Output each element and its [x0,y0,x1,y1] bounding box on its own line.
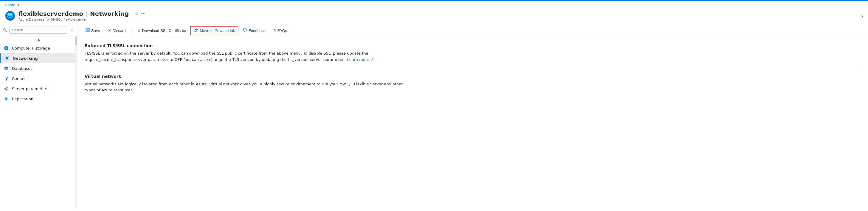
header-title-block: flexibleserverdemo | Networking ☆ ··· Az… [19,10,146,22]
svg-rect-5 [6,57,8,59]
sidebar: 🔍 « ▲ Compute + storage [0,24,78,208]
feedback-label: Feedback [249,28,266,33]
azure-db-icon [5,10,16,21]
faqs-label: FAQs [277,28,287,33]
networking-icon [4,55,9,61]
svg-point-11 [5,98,7,100]
tls-ssl-section: Enforced TLS/SSL connection TLS/SSL is e… [85,43,861,63]
sidebar-item-server-parameters[interactable]: Server parameters [0,84,77,94]
header-subtitle: Azure Database for MySQL flexible server [19,18,146,22]
sidebar-search-bar: 🔍 « [0,24,77,36]
feedback-button[interactable]: Feedback [240,26,269,35]
private-link-icon [194,28,198,33]
breadcrumb-home[interactable]: Home [5,3,15,7]
server-parameters-icon [4,86,9,91]
save-label: Save [91,28,100,33]
more-options-icon[interactable]: ··· [141,11,146,16]
tls-ssl-title: Enforced TLS/SSL connection [85,43,861,48]
search-input[interactable] [9,27,67,34]
page-title: Networking [90,10,129,17]
learn-more-link[interactable]: Learn more ↗ [347,57,374,62]
collapse-sidebar-button[interactable]: « [69,27,74,33]
discard-button[interactable]: ✕ Discard [104,27,129,35]
main-layout: 🔍 « ▲ Compute + storage [0,24,868,208]
download-ssl-label: Download SSL Certificate [142,28,186,33]
svg-point-7 [6,78,7,80]
sidebar-item-replication[interactable]: Replication [0,94,77,104]
svg-point-1 [7,13,13,16]
virtual-network-text: Virtual networks are logically isolated … [85,81,412,94]
move-to-private-link-label: Move to Private Link [199,28,235,33]
save-button[interactable]: Save [82,26,103,35]
section-divider [85,69,861,69]
title-pipe: | [86,10,88,17]
header-title: flexibleserverdemo | Networking ☆ ··· [19,10,146,17]
virtual-network-section: Virtual network Virtual networks are log… [85,74,861,94]
svg-point-9 [5,88,7,89]
sidebar-item-compute-storage[interactable]: Compute + storage [0,43,77,53]
download-icon: ⬇ [137,28,141,33]
faqs-icon: ? [273,28,276,33]
favorite-icon[interactable]: ☆ [135,11,139,16]
page-header: flexibleserverdemo | Networking ☆ ··· Az… [0,9,868,24]
sidebar-item-compute-storage-label: Compute + storage [12,46,50,50]
toolbar: Save ✕ Discard ⬇ Download SSL Certificat… [78,24,868,37]
sidebar-scroll: ▲ Compute + storage [0,36,77,208]
sidebar-scrollbar-thumb[interactable] [75,36,77,45]
breadcrumb: Home > [0,1,868,9]
virtual-network-title: Virtual network [85,74,861,79]
resource-name: flexibleserverdemo [19,10,83,17]
scroll-up-button[interactable]: ▲ [0,36,77,43]
header-actions: ☆ ··· [135,11,146,16]
feedback-icon [243,28,247,33]
faqs-button[interactable]: ? FAQs [270,27,290,35]
replication-icon [4,96,9,102]
breadcrumb-separator: > [17,3,20,7]
move-to-private-link-button[interactable]: Move to Private Link [190,26,238,35]
svg-point-3 [5,47,7,49]
sidebar-scrollbar-track [75,36,77,208]
main-content: Enforced TLS/SSL connection TLS/SSL is e… [78,37,868,208]
discard-label: Discard [113,28,126,33]
compute-storage-icon [4,45,9,51]
sidebar-item-networking[interactable]: Networking [0,53,77,63]
sidebar-item-connect[interactable]: Connect [0,73,77,84]
content-area: Save ✕ Discard ⬇ Download SSL Certificat… [78,24,868,208]
tls-ssl-text: TLS/SSL is enforced on the server by def… [85,50,412,63]
discard-icon: ✕ [108,28,111,33]
databases-icon [4,65,9,71]
svg-rect-14 [86,30,89,32]
sidebar-item-connect-label: Connect [12,76,28,81]
expand-panel-icon[interactable]: › [861,13,863,19]
save-icon [86,28,90,33]
sidebar-item-server-parameters-label: Server parameters [12,86,48,91]
sidebar-item-databases[interactable]: Databases [0,63,77,73]
search-icon: 🔍 [3,28,7,32]
toolbar-separator-1 [131,28,132,34]
sidebar-item-replication-label: Replication [12,97,33,101]
connect-icon [4,76,9,81]
download-ssl-button[interactable]: ⬇ Download SSL Certificate [134,27,189,35]
sidebar-item-databases-label: Databases [12,66,32,71]
svg-rect-13 [87,28,89,30]
sidebar-item-networking-label: Networking [12,56,38,60]
